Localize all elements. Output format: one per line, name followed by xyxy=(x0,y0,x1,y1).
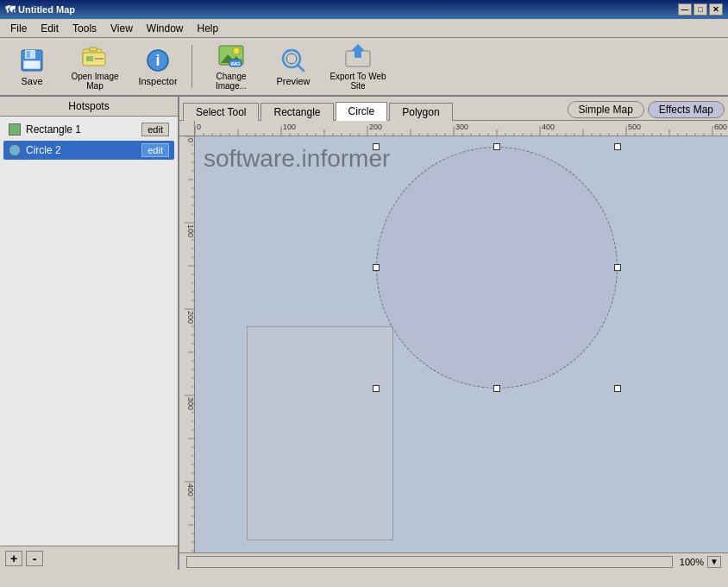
ruler-corner xyxy=(179,121,195,136)
menu-file[interactable]: File xyxy=(3,21,34,36)
main-area: Hotspots Rectangle 1 edit Circle 2 edit … xyxy=(0,97,728,570)
svg-point-18 xyxy=(286,54,297,64)
save-label: Save xyxy=(21,76,42,86)
preview-icon xyxy=(279,47,307,74)
menu-bar: File Edit Tools View Window Help xyxy=(0,19,728,38)
inspector-button[interactable]: i Inspector xyxy=(133,41,183,92)
export-button[interactable]: Export To Web Site xyxy=(325,41,391,92)
export-label: Export To Web Site xyxy=(326,72,390,91)
handle-bl[interactable] xyxy=(373,385,380,392)
save-icon xyxy=(18,47,46,74)
svg-rect-2 xyxy=(23,60,41,69)
canvas-surface[interactable]: software.informer xyxy=(195,136,728,552)
save-button[interactable]: Save xyxy=(7,41,57,92)
change-image-label: Change Image... xyxy=(202,72,260,91)
close-button[interactable]: ✕ xyxy=(709,3,723,16)
add-hotspot-button[interactable]: + xyxy=(5,551,22,566)
title-bar-left: 🗺 Untitled Map xyxy=(5,4,75,15)
svg-text:i: i xyxy=(155,52,160,69)
canvas-area: Select Tool Rectangle Circle Polygon Sim… xyxy=(179,97,728,570)
canvas-main-row: software.informer xyxy=(179,136,728,552)
maximize-button[interactable]: □ xyxy=(693,3,707,16)
tool-tabs: Select Tool Rectangle Circle Polygon Sim… xyxy=(179,97,728,121)
ruler-h-canvas xyxy=(195,121,728,136)
tab-circle[interactable]: Circle xyxy=(336,102,388,121)
window-title: Untitled Map xyxy=(18,4,75,15)
svg-rect-7 xyxy=(86,56,93,61)
shape-rectangle1[interactable] xyxy=(247,326,393,540)
handle-ml[interactable] xyxy=(373,264,380,271)
tab-polygon[interactable]: Polygon xyxy=(389,103,452,121)
minimize-button[interactable]: — xyxy=(678,3,692,16)
tab-simple-map[interactable]: Simple Map xyxy=(568,101,644,118)
svg-rect-6 xyxy=(90,47,97,51)
tab-select-tool[interactable]: Select Tool xyxy=(183,103,259,121)
inspector-label: Inspector xyxy=(138,76,177,86)
hotspot-item-rectangle1[interactable]: Rectangle 1 edit xyxy=(3,120,174,139)
hotspot-edit-circle2[interactable]: edit xyxy=(141,143,169,157)
shape-circle2[interactable] xyxy=(376,147,618,388)
view-tabs: Simple Map Effects Map xyxy=(568,101,725,120)
ruler-top-row xyxy=(179,121,728,136)
hotspot-name-rectangle1: Rectangle 1 xyxy=(26,123,136,136)
change-image-button[interactable]: IMG Change Image... xyxy=(201,41,261,92)
sidebar: Hotspots Rectangle 1 edit Circle 2 edit … xyxy=(0,97,179,570)
menu-help[interactable]: Help xyxy=(191,21,226,36)
open-icon xyxy=(81,42,109,70)
svg-point-13 xyxy=(233,47,240,54)
handle-tm[interactable] xyxy=(493,143,500,150)
canvas-watermark: software.informer xyxy=(204,145,390,173)
status-bar: 100% ▼ xyxy=(179,552,728,570)
svg-text:IMG: IMG xyxy=(230,61,241,66)
menu-edit[interactable]: Edit xyxy=(34,21,66,36)
menu-tools[interactable]: Tools xyxy=(66,21,104,36)
export-icon xyxy=(344,42,372,70)
open-label: Open Image Map xyxy=(65,72,125,91)
title-bar-buttons[interactable]: — □ ✕ xyxy=(678,3,723,16)
window-icon: 🗺 xyxy=(5,4,15,15)
menu-window[interactable]: Window xyxy=(140,21,191,36)
canvas-wrapper: software.informer xyxy=(179,121,728,552)
svg-rect-3 xyxy=(27,51,30,58)
toolbar: Save Open Image Map i Inspector xyxy=(0,38,728,97)
preview-label: Preview xyxy=(276,76,310,86)
handle-bm[interactable] xyxy=(493,385,500,392)
tab-rectangle[interactable]: Rectangle xyxy=(260,103,333,121)
handle-br[interactable] xyxy=(614,385,621,392)
handle-tl[interactable] xyxy=(373,143,380,150)
ruler-v-canvas xyxy=(179,136,195,552)
remove-hotspot-button[interactable]: - xyxy=(26,551,43,566)
ruler-vertical xyxy=(179,136,195,552)
inspector-icon: i xyxy=(144,47,172,74)
hotspot-list: Rectangle 1 edit Circle 2 edit xyxy=(0,117,178,546)
zoom-dropdown-button[interactable]: ▼ xyxy=(707,556,721,568)
hotspot-item-circle2[interactable]: Circle 2 edit xyxy=(3,141,174,160)
handle-mr[interactable] xyxy=(614,264,621,271)
toolbar-separator-1 xyxy=(191,45,192,88)
hotspot-edit-rectangle1[interactable]: edit xyxy=(141,123,169,136)
title-bar: 🗺 Untitled Map — □ ✕ xyxy=(0,0,728,19)
open-image-map-button[interactable]: Open Image Map xyxy=(64,41,126,92)
menu-view[interactable]: View xyxy=(104,21,140,36)
change-image-icon: IMG xyxy=(217,42,245,70)
sidebar-bottom: + - xyxy=(0,546,178,570)
sidebar-header: Hotspots xyxy=(0,97,178,117)
preview-button[interactable]: Preview xyxy=(268,41,318,92)
hotspot-color-circle2 xyxy=(9,144,21,156)
hotspot-color-rectangle1 xyxy=(9,123,21,136)
horizontal-scrollbar[interactable] xyxy=(186,556,673,568)
hotspot-name-circle2: Circle 2 xyxy=(26,144,136,156)
ruler-horizontal xyxy=(195,121,728,136)
handle-tr[interactable] xyxy=(614,143,621,150)
tab-effects-map[interactable]: Effects Map xyxy=(648,101,725,118)
zoom-level: 100% xyxy=(680,557,704,567)
svg-line-17 xyxy=(298,65,304,71)
